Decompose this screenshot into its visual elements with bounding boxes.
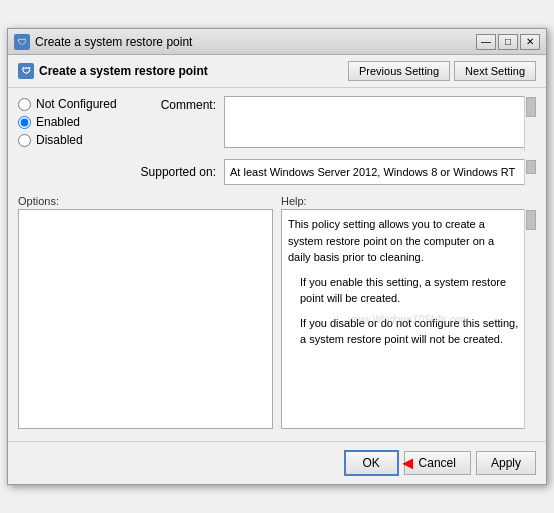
- disabled-radio[interactable]: [18, 134, 31, 147]
- ok-button-wrapper: OK ◄: [344, 450, 399, 476]
- help-text-1: This policy setting allows you to create…: [288, 216, 519, 266]
- right-settings-panel: Comment: Supported on: At least Windows …: [126, 96, 536, 185]
- content-area: Not Configured Enabled Disabled Comment:: [8, 88, 546, 437]
- options-label: Options:: [18, 195, 273, 207]
- dialog-header: 🛡 Create a system restore point Previous…: [8, 55, 546, 88]
- not-configured-label: Not Configured: [36, 97, 117, 111]
- supported-text: At least Windows Server 2012, Windows 8 …: [230, 166, 515, 178]
- help-text-3: If you disable or do not configure this …: [300, 315, 519, 348]
- help-box-wrapper: This policy setting allows you to create…: [281, 209, 536, 429]
- comment-textarea[interactable]: [224, 96, 536, 148]
- options-box: [18, 209, 273, 429]
- help-scrollbar-thumb: [526, 210, 536, 230]
- dialog-header-title-area: 🛡 Create a system restore point: [18, 63, 208, 79]
- help-label: Help:: [281, 195, 536, 207]
- disabled-label: Disabled: [36, 133, 83, 147]
- title-bar-left: 🛡 Create a system restore point: [14, 34, 192, 50]
- enabled-radio[interactable]: [18, 116, 31, 129]
- dialog-title: Create a system restore point: [39, 64, 208, 78]
- supported-label: Supported on:: [126, 165, 216, 179]
- not-configured-radio[interactable]: [18, 98, 31, 111]
- previous-setting-button[interactable]: Previous Setting: [348, 61, 450, 81]
- supported-value: At least Windows Server 2012, Windows 8 …: [224, 159, 536, 185]
- footer: OK ◄ Cancel Apply: [8, 441, 546, 484]
- supported-row: Supported on: At least Windows Server 20…: [126, 159, 536, 185]
- comment-scrollbar-thumb: [526, 97, 536, 117]
- navigation-buttons: Previous Setting Next Setting: [348, 61, 536, 81]
- comment-row: Comment:: [126, 96, 536, 151]
- help-scrollbar[interactable]: [524, 209, 536, 429]
- minimize-button[interactable]: —: [476, 34, 496, 50]
- ok-arrow-indicator: ◄: [399, 453, 417, 474]
- supported-scrollbar[interactable]: [524, 159, 536, 185]
- options-panel: Options:: [18, 195, 273, 429]
- window-icon: 🛡: [14, 34, 30, 50]
- help-box: This policy setting allows you to create…: [281, 209, 536, 429]
- radio-section: Not Configured Enabled Disabled: [18, 96, 118, 185]
- help-text-2: If you enable this setting, a system res…: [300, 274, 519, 307]
- dialog-icon: 🛡: [18, 63, 34, 79]
- maximize-button[interactable]: □: [498, 34, 518, 50]
- title-controls: — □ ✕: [476, 34, 540, 50]
- main-window: 🛡 Create a system restore point — □ ✕ 🛡 …: [7, 28, 547, 485]
- ok-button[interactable]: OK: [344, 450, 399, 476]
- window-title: Create a system restore point: [35, 35, 192, 49]
- disabled-option[interactable]: Disabled: [18, 132, 118, 148]
- comment-textarea-wrapper: [224, 96, 536, 151]
- supported-box-wrapper: At least Windows Server 2012, Windows 8 …: [224, 159, 536, 185]
- apply-button[interactable]: Apply: [476, 451, 536, 475]
- not-configured-option[interactable]: Not Configured: [18, 96, 118, 112]
- comment-scrollbar[interactable]: [524, 96, 536, 151]
- enabled-label: Enabled: [36, 115, 80, 129]
- close-button[interactable]: ✕: [520, 34, 540, 50]
- enabled-option[interactable]: Enabled: [18, 114, 118, 130]
- comment-label: Comment:: [126, 96, 216, 112]
- main-columns: Options: Help: This policy setting allow…: [18, 195, 536, 429]
- title-bar: 🛡 Create a system restore point — □ ✕: [8, 29, 546, 55]
- next-setting-button[interactable]: Next Setting: [454, 61, 536, 81]
- supported-scrollbar-thumb: [526, 160, 536, 174]
- help-panel: Help: This policy setting allows you to …: [281, 195, 536, 429]
- top-section: Not Configured Enabled Disabled Comment:: [18, 96, 536, 185]
